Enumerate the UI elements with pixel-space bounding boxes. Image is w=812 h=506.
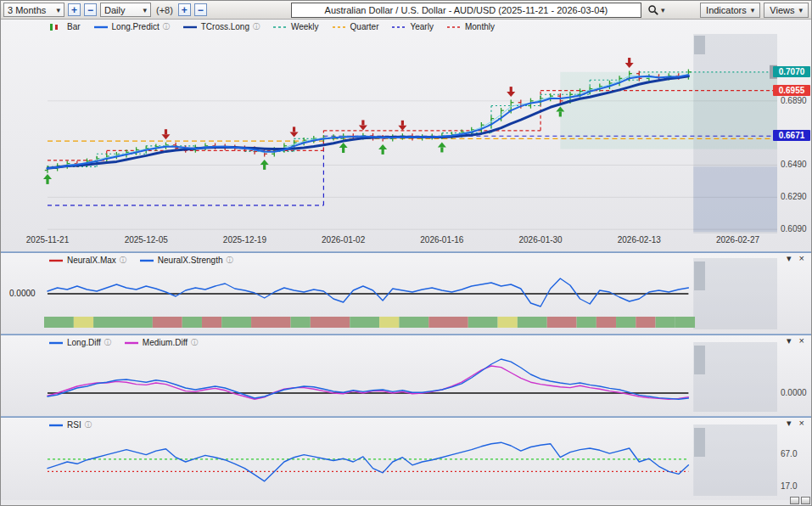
panel-scrollbar-thumb[interactable] <box>694 261 705 290</box>
forecast-region <box>693 424 777 496</box>
legend-swatch-icon <box>48 421 64 430</box>
chevron-down-icon: ▾ <box>751 6 755 14</box>
layout-button[interactable] <box>801 497 810 504</box>
legend-item[interactable]: Monthly <box>446 22 495 31</box>
diff-legend: Long.DiffⓘMedium.Diffⓘ <box>48 338 198 347</box>
legend-item[interactable]: NeuralX.Maxⓘ <box>48 256 126 265</box>
legend-item[interactable]: Bar <box>48 22 81 31</box>
diff-svg[interactable]: 0.0000 <box>1 335 812 416</box>
main-chart-svg[interactable]: 2025-11-212025-12-052025-12-192026-01-02… <box>1 20 812 251</box>
panel-collapse-button[interactable]: ▾ <box>787 336 792 346</box>
rsi-svg[interactable]: 67.017.0 <box>1 418 812 500</box>
main-legend: BarLong.PredictⓘTCross.LongⓘWeeklyQuarte… <box>48 22 495 31</box>
panel-splitter[interactable] <box>1 416 811 418</box>
search-dropdown-icon[interactable]: ▾ <box>661 6 665 14</box>
legend-swatch-icon <box>48 339 64 347</box>
panel-splitter[interactable] <box>1 334 811 335</box>
indicators-button[interactable]: Indicators ▾ <box>700 3 760 18</box>
diff-panel: Long.DiffⓘMedium.Diffⓘ ▾ × 0.0000 <box>1 335 811 416</box>
svg-text:0.6290: 0.6290 <box>781 192 807 201</box>
top-toolbar: 3 Months ▾ + − Daily ▾ (+8) + − Australi… <box>1 1 811 20</box>
legend-swatch-icon <box>182 23 198 31</box>
forecast-region <box>693 342 777 412</box>
legend-item[interactable]: Quarter <box>332 22 379 31</box>
add-series-button[interactable]: + <box>178 3 191 16</box>
legend-swatch-icon <box>48 23 64 31</box>
legend-item[interactable]: Yearly <box>391 22 433 31</box>
period-value: Daily <box>104 5 125 15</box>
rsi-panel: RSIⓘ ▾ × 67.017.0 <box>1 418 811 500</box>
panel-collapse-button[interactable]: ▾ <box>787 254 792 263</box>
symbol-title-box[interactable]: Australian Dollar / U.S. Dollar - AUD/US… <box>291 3 641 18</box>
price-chart-panel: BarLong.PredictⓘTCross.LongⓘWeeklyQuarte… <box>1 20 811 251</box>
legend-swatch-icon <box>139 256 154 265</box>
price-axis-handle[interactable] <box>770 65 777 79</box>
symbol-search[interactable]: ▾ <box>647 4 665 16</box>
legend-label: Long.Predict <box>112 22 160 31</box>
neural-legend: NeuralX.MaxⓘNeuralX.Strengthⓘ <box>48 256 233 265</box>
zero-axis-label: 0.0000 <box>9 289 36 298</box>
extra-series-count: (+8) <box>154 5 175 15</box>
search-icon[interactable] <box>647 4 659 16</box>
legend-swatch-icon <box>391 23 406 31</box>
legend-item[interactable]: Long.Diffⓘ <box>48 338 111 347</box>
legend-swatch-icon <box>446 23 462 31</box>
zero-axis-label: 0.0000 <box>781 388 807 397</box>
legend-label: Monthly <box>465 22 495 31</box>
legend-swatch-icon <box>272 23 288 31</box>
timeframe-value: 3 Months <box>8 5 46 15</box>
panel-close-button[interactable]: × <box>799 336 804 346</box>
svg-text:2026-02-27: 2026-02-27 <box>716 235 760 245</box>
svg-text:2026-01-16: 2026-01-16 <box>420 235 464 245</box>
legend-item[interactable]: Long.Predictⓘ <box>93 22 170 31</box>
svg-text:2025-12-05: 2025-12-05 <box>125 235 169 245</box>
panel-scrollbar-thumb[interactable] <box>694 346 705 374</box>
rsi-legend: RSIⓘ <box>48 420 92 430</box>
legend-label: Weekly <box>291 22 319 31</box>
panel-scrollbar-thumb[interactable] <box>694 428 705 457</box>
legend-label: TCross.Long <box>201 22 249 31</box>
layout-button[interactable] <box>790 497 799 504</box>
svg-text:0.6090: 0.6090 <box>781 224 807 233</box>
legend-item[interactable]: NeuralX.Strengthⓘ <box>139 256 233 265</box>
rsi-axis-label: 67.0 <box>781 449 798 458</box>
legend-item[interactable]: Medium.Diffⓘ <box>124 338 198 347</box>
legend-swatch-icon <box>332 23 347 31</box>
legend-label: Bar <box>67 22 81 31</box>
legend-label: NeuralX.Strength <box>158 256 223 265</box>
info-icon: ⓘ <box>253 22 260 31</box>
legend-item[interactable]: RSIⓘ <box>48 420 92 430</box>
panel-collapse-button[interactable]: ▾ <box>787 419 792 428</box>
timeframe-select[interactable]: 3 Months ▾ <box>3 3 64 17</box>
chevron-down-icon: ▾ <box>143 6 147 14</box>
legend-label: NeuralX.Max <box>67 256 116 265</box>
views-button[interactable]: Views ▾ <box>764 3 809 18</box>
rsi-axis-label: 17.0 <box>781 481 798 491</box>
legend-item[interactable]: TCross.Longⓘ <box>182 22 260 31</box>
panel-splitter[interactable] <box>1 251 811 253</box>
legend-swatch-icon <box>93 23 109 31</box>
corner-layout-buttons <box>790 497 810 504</box>
svg-text:0.6490: 0.6490 <box>781 160 807 169</box>
info-icon: ⓘ <box>85 420 92 430</box>
legend-item[interactable]: Weekly <box>272 22 319 31</box>
svg-text:0.6890: 0.6890 <box>781 96 807 105</box>
legend-label: Quarter <box>350 22 379 31</box>
info-icon: ⓘ <box>227 256 233 265</box>
svg-text:2026-01-02: 2026-01-02 <box>322 235 366 245</box>
chevron-down-icon: ▾ <box>56 6 60 14</box>
legend-swatch-icon <box>48 256 64 265</box>
panel-scrollbar-thumb[interactable] <box>694 36 705 54</box>
symbol-title: Australian Dollar / U.S. Dollar - AUD/US… <box>325 5 608 15</box>
period-select[interactable]: Daily ▾ <box>100 3 151 17</box>
panel-close-button[interactable]: × <box>799 254 804 263</box>
neural-svg[interactable]: 0.0000 <box>1 253 812 334</box>
panel-close-button[interactable]: × <box>799 419 804 428</box>
chevron-down-icon: ▾ <box>798 6 803 14</box>
remove-series-button[interactable]: − <box>194 3 207 16</box>
range-zoom-out-button[interactable]: − <box>84 3 97 16</box>
forecast-region <box>693 258 777 329</box>
svg-text:2026-01-30: 2026-01-30 <box>519 235 563 245</box>
legend-label: RSI <box>67 420 81 430</box>
range-zoom-in-button[interactable]: + <box>68 3 81 16</box>
